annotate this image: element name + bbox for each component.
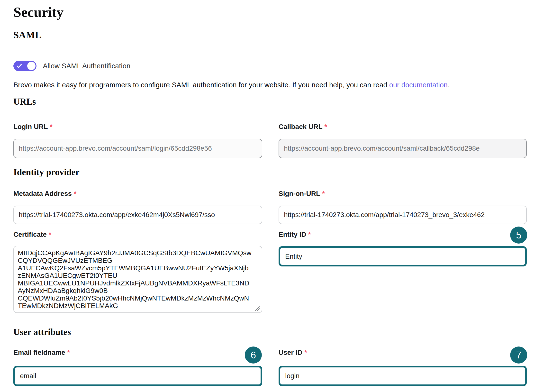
identity-provider-heading: Identity provider	[13, 167, 80, 177]
annotation-badge-7: 7	[510, 346, 527, 364]
entity-id-label: Entity ID*	[279, 231, 311, 238]
certificate-textarea[interactable]: MIIDqjCCApKgAwIBAgIGAY9h2rJJMA0GCSqGSIb3…	[13, 246, 262, 313]
certificate-label: Certificate*	[13, 231, 51, 238]
user-id-input[interactable]	[279, 366, 527, 386]
check-icon	[16, 63, 22, 69]
sign-on-url-label: Sign-on-URL*	[279, 190, 325, 198]
entity-id-input[interactable]	[279, 246, 527, 266]
login-url-label: Login URL*	[13, 123, 52, 131]
login-url-label-text: Login URL	[13, 123, 48, 130]
metadata-address-label: Metadata Address*	[13, 190, 76, 198]
toggle-knob	[27, 62, 36, 70]
saml-description: Brevo makes it easy for programmers to c…	[13, 81, 450, 89]
email-fieldname-label: Email fieldname*	[13, 349, 70, 356]
required-asterisk: *	[67, 349, 70, 356]
description-period: .	[448, 81, 450, 89]
required-asterisk: *	[304, 349, 307, 356]
user-id-label: User ID*	[279, 349, 307, 356]
page-title: Security	[13, 4, 63, 20]
security-settings-page: Security SAML Allow SAML Authentificatio…	[0, 0, 535, 392]
required-asterisk: *	[49, 231, 51, 238]
saml-section-heading: SAML	[13, 30, 42, 40]
sign-on-url-input[interactable]	[279, 206, 527, 224]
user-id-label-text: User ID	[279, 349, 302, 356]
allow-saml-toggle[interactable]	[13, 61, 36, 71]
user-attributes-heading: User attributes	[13, 327, 71, 337]
urls-section-heading: URLs	[13, 97, 36, 107]
description-text: Brevo makes it easy for programmers to c…	[13, 81, 389, 89]
required-asterisk: *	[325, 123, 327, 130]
saml-toggle-row: Allow SAML Authentification	[13, 61, 130, 71]
annotation-badge-6: 6	[245, 346, 262, 364]
callback-url-input[interactable]	[279, 139, 527, 158]
entity-id-label-text: Entity ID	[279, 231, 306, 238]
metadata-address-label-text: Metadata Address	[13, 190, 72, 197]
required-asterisk: *	[322, 190, 325, 197]
toggle-label: Allow SAML Authentification	[43, 62, 130, 70]
annotation-badge-5: 5	[510, 227, 527, 244]
callback-url-label: Callback URL*	[279, 123, 327, 131]
certificate-label-text: Certificate	[13, 231, 47, 238]
email-fieldname-label-text: Email fieldname	[13, 349, 65, 356]
required-asterisk: *	[308, 231, 311, 238]
required-asterisk: *	[74, 190, 76, 197]
email-fieldname-input[interactable]	[13, 366, 262, 386]
metadata-address-input[interactable]	[13, 206, 262, 224]
documentation-link[interactable]: our documentation	[389, 81, 448, 89]
sign-on-url-label-text: Sign-on-URL	[279, 190, 320, 197]
required-asterisk: *	[50, 123, 53, 130]
login-url-input[interactable]	[13, 139, 262, 158]
callback-url-label-text: Callback URL	[279, 123, 323, 130]
